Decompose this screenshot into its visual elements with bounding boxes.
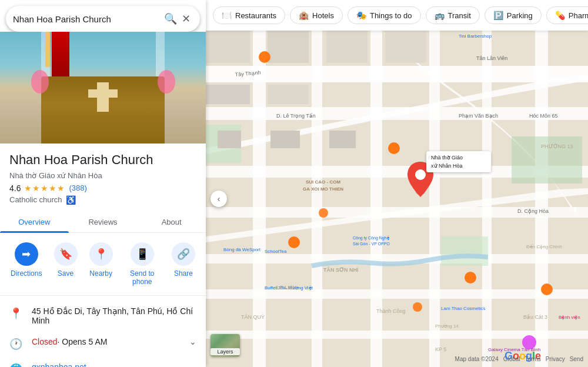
save-button[interactable]: 🔖 Save: [54, 242, 78, 286]
filter-things-to-do[interactable]: 🎭 Things to do: [348, 6, 421, 24]
map-attribution: Map data ©2024 Global Terms Privacy Send: [455, 356, 583, 362]
collapse-panel-button[interactable]: ‹: [211, 191, 227, 207]
review-count[interactable]: (388): [69, 184, 86, 192]
svg-point-32: [319, 208, 328, 218]
svg-text:PHƯỜNG 13: PHƯỜNG 13: [541, 143, 573, 149]
search-input[interactable]: [13, 14, 162, 24]
directions-icon-bg: ➡: [15, 242, 38, 266]
svg-rect-20: [268, 85, 309, 104]
svg-point-31: [541, 283, 553, 295]
layers-label: Layers: [211, 348, 240, 355]
global-link[interactable]: Global: [503, 356, 520, 362]
map-area[interactable]: 🍽️ Restaurants 🏨 Hotels 🎭 Things to do 🚌…: [206, 0, 588, 367]
tabs: Overview Reviews About: [0, 212, 206, 233]
send-to-phone-button[interactable]: 📱 Send to phone: [125, 242, 160, 286]
svg-text:Nhà thờ Giáo: Nhà thờ Giáo: [431, 155, 463, 161]
filter-restaurants[interactable]: 🍽️ Restaurants: [213, 6, 285, 24]
svg-text:Hóc Môn 65: Hóc Môn 65: [529, 113, 558, 119]
stars-display: ★★★★★: [24, 184, 65, 193]
tab-overview[interactable]: Overview: [0, 212, 69, 232]
rating-number: 4.6: [9, 184, 21, 193]
globe-icon: 🌐: [9, 363, 22, 367]
save-icon-bg: 🔖: [54, 242, 78, 266]
svg-rect-25: [270, 131, 300, 148]
share-icon-bg: 🔗: [172, 242, 195, 266]
send-feedback-link[interactable]: Send: [570, 356, 583, 362]
search-button[interactable]: 🔍: [162, 10, 179, 28]
svg-text:Đến Cộng Chính: Đến Cộng Chính: [526, 244, 562, 249]
share-label: Share: [174, 269, 193, 278]
svg-text:SUI CAO - COM: SUI CAO - COM: [306, 179, 340, 185]
svg-text:Bóng đá WeSport: Bóng đá WeSport: [223, 247, 261, 252]
place-name: Nhan Hoa Parish Church: [9, 152, 196, 169]
svg-rect-17: [326, 31, 368, 63]
svg-text:Thành Công: Thành Công: [376, 308, 406, 314]
tab-reviews[interactable]: Reviews: [69, 212, 138, 232]
hours-chevron-icon[interactable]: ⌄: [189, 337, 196, 346]
map-canvas[interactable]: Nhà thờ Giáo xứ Nhân Hòa Tây Thạnh D. Lê…: [206, 31, 588, 367]
svg-rect-16: [268, 31, 309, 63]
svg-text:SchoolTea: SchoolTea: [265, 249, 287, 254]
terms-link[interactable]: Terms: [525, 356, 541, 362]
nearby-icon: 📍: [95, 248, 108, 261]
address-row: 📍 45 Hồ Đắc Di, Tây Thạnh, Tân Phú, Hồ C…: [0, 301, 206, 331]
svg-rect-18: [385, 31, 426, 63]
chevron-left-icon: ‹: [218, 194, 220, 203]
send-label: Send to phone: [125, 269, 160, 286]
map-data-text: Map data ©2024: [455, 356, 499, 362]
nearby-label: Nearby: [89, 269, 112, 278]
hotel-icon: 🏨: [299, 11, 309, 20]
rating-row: 4.6 ★★★★★ (388): [9, 184, 196, 193]
svg-rect-10: [312, 31, 322, 367]
svg-text:D. Cộng Hòa: D. Cộng Hòa: [517, 208, 549, 214]
privacy-link[interactable]: Privacy: [546, 356, 565, 362]
close-icon: ✕: [182, 13, 191, 25]
directions-button[interactable]: ➡ Directions: [11, 242, 42, 286]
hero-image[interactable]: [0, 32, 206, 144]
place-subtitle: Nhà thờ Giáo xứ Nhân Hòa: [9, 171, 196, 180]
search-icon: 🔍: [164, 13, 177, 25]
filter-transit-label: Transit: [448, 11, 471, 20]
nearby-icon-bg: 📍: [89, 242, 113, 266]
layers-button[interactable]: Layers: [211, 334, 240, 356]
filter-pharmacies[interactable]: 💊 Pharmacies: [546, 6, 588, 24]
svg-text:Bầu Cát 3: Bầu Cát 3: [523, 314, 547, 320]
send-icon: 📱: [136, 248, 149, 261]
svg-text:Bệnh viện: Bệnh viện: [559, 315, 580, 320]
svg-point-29: [288, 236, 300, 248]
tab-about[interactable]: About: [137, 212, 206, 232]
transit-icon: 🚌: [435, 11, 445, 20]
website-row: 🌐 gxnhanhoa.net: [0, 356, 206, 367]
filter-transit[interactable]: 🚌 Transit: [426, 6, 480, 24]
svg-text:Công ty Công Nghệ: Công ty Công Nghệ: [353, 236, 389, 241]
svg-rect-15: [206, 31, 250, 63]
svg-rect-11: [370, 31, 382, 367]
nearby-button[interactable]: 📍 Nearby: [89, 242, 113, 286]
restaurant-icon: 🍽️: [222, 11, 232, 20]
svg-text:Phạm Văn Bạch: Phạm Văn Bạch: [459, 113, 498, 119]
svg-text:GA XOI MO THIEN: GA XOI MO THIEN: [303, 186, 343, 192]
svg-point-28: [388, 142, 400, 154]
svg-text:LE LIEU: LE LIEU: [276, 285, 297, 291]
pharmacy-icon: 💊: [555, 11, 565, 20]
save-icon: 🔖: [59, 248, 72, 261]
share-button[interactable]: 🔗 Share: [172, 242, 195, 286]
filter-restaurants-label: Restaurants: [235, 11, 276, 20]
hours-row[interactable]: 🕐 Closed· Opens 5 AM ⌄: [0, 331, 206, 356]
svg-text:TÂN SƠN NHÌ: TÂN SƠN NHÌ: [323, 266, 359, 273]
filter-parking[interactable]: 🅿️ Parking: [485, 6, 542, 24]
filter-things-label: Things to do: [370, 11, 412, 20]
svg-point-27: [259, 51, 270, 63]
svg-text:Tân Lân Viên: Tân Lân Viên: [476, 55, 507, 61]
svg-rect-22: [441, 236, 488, 266]
svg-point-30: [465, 272, 476, 283]
hours-text: Closed· Opens 5 AM: [32, 337, 180, 346]
svg-rect-26: [329, 131, 356, 148]
filter-hotels[interactable]: 🏨 Hotels: [290, 6, 343, 24]
save-label: Save: [58, 269, 74, 278]
svg-text:D. Lê Trọng Tấn: D. Lê Trọng Tấn: [276, 113, 316, 119]
clear-search-button[interactable]: ✕: [179, 10, 193, 28]
website-link[interactable]: gxnhanhoa.net: [32, 362, 86, 367]
place-info: Nhan Hoa Parish Church Nhà thờ Giáo xứ N…: [0, 144, 206, 205]
clock-icon: 🕐: [9, 338, 22, 351]
